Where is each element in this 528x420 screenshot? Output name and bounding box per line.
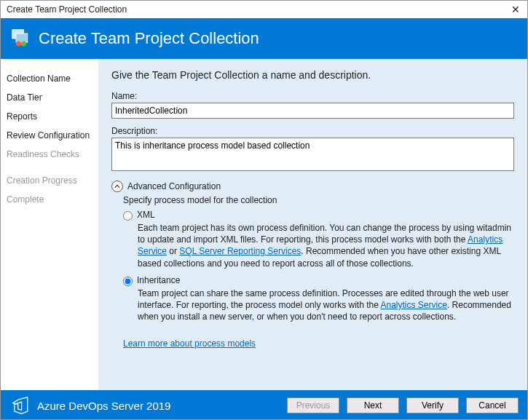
svg-rect-1 bbox=[16, 33, 28, 42]
footer-left: Azure DevOps Server 2019 bbox=[11, 396, 170, 415]
footer-buttons: Previous Next Verify Cancel bbox=[287, 397, 519, 413]
link-learn-more[interactable]: Learn more about process models bbox=[123, 338, 256, 349]
titlebar: Create Team Project Collection ✕ bbox=[1, 1, 527, 18]
cancel-button[interactable]: Cancel bbox=[466, 397, 519, 413]
radio-xml[interactable] bbox=[123, 211, 133, 221]
sidebar-item-review-configuration[interactable]: Review Configuration bbox=[1, 126, 98, 145]
page-heading: Give the Team Project Collection a name … bbox=[111, 69, 514, 81]
radio-xml-desc: Each team project has its own process de… bbox=[138, 222, 514, 269]
sidebar-item-readiness-checks: Readiness Checks bbox=[1, 145, 98, 164]
banner: Create Team Project Collection bbox=[1, 18, 527, 59]
svg-point-3 bbox=[21, 41, 26, 47]
sidebar-item-reports[interactable]: Reports bbox=[1, 107, 98, 126]
svg-point-2 bbox=[16, 41, 21, 47]
radio-xml-row[interactable]: XML bbox=[123, 210, 514, 221]
name-label: Name: bbox=[111, 91, 514, 101]
footer: Azure DevOps Server 2019 Previous Next V… bbox=[1, 390, 527, 420]
sidebar-item-creation-progress: Creation Progress bbox=[1, 171, 98, 190]
main-panel: Give the Team Project Collection a name … bbox=[98, 59, 527, 390]
window-title: Create Team Project Collection bbox=[7, 4, 127, 15]
advanced-config-label: Advanced Configuration bbox=[127, 181, 221, 191]
previous-button: Previous bbox=[287, 397, 339, 413]
collection-icon bbox=[11, 28, 31, 49]
next-button[interactable]: Next bbox=[347, 397, 399, 413]
sidebar-item-data-tier[interactable]: Data Tier bbox=[1, 88, 98, 107]
body: Collection Name Data Tier Reports Review… bbox=[1, 59, 527, 390]
sidebar-item-collection-name[interactable]: Collection Name bbox=[1, 69, 98, 88]
link-ssrs[interactable]: SQL Server Reporting Services bbox=[179, 246, 301, 256]
footer-product: Azure DevOps Server 2019 bbox=[37, 400, 170, 412]
description-label: Description: bbox=[111, 126, 514, 136]
advanced-config-expander[interactable]: Advanced Configuration bbox=[111, 181, 514, 192]
banner-title: Create Team Project Collection bbox=[39, 29, 259, 48]
radio-xml-label: XML bbox=[137, 210, 155, 220]
close-icon[interactable]: ✕ bbox=[508, 4, 523, 15]
radio-inheritance[interactable] bbox=[123, 277, 133, 286]
sidebar: Collection Name Data Tier Reports Review… bbox=[1, 59, 98, 390]
radio-inheritance-row[interactable]: Inheritance bbox=[123, 275, 514, 286]
radio-inheritance-desc: Team project can share the same process … bbox=[138, 288, 514, 323]
description-input[interactable] bbox=[111, 138, 514, 171]
azure-devops-icon bbox=[11, 396, 30, 415]
sidebar-gap bbox=[1, 164, 98, 171]
verify-button[interactable]: Verify bbox=[406, 397, 459, 413]
process-model-label: Specify process model for the collection bbox=[111, 195, 514, 205]
link-analytics-service-inh[interactable]: Analytics Service bbox=[381, 300, 447, 310]
radio-inheritance-label: Inheritance bbox=[137, 275, 180, 285]
name-input[interactable] bbox=[111, 103, 514, 119]
sidebar-item-complete: Complete bbox=[1, 190, 98, 209]
chevron-up-icon bbox=[111, 181, 123, 192]
